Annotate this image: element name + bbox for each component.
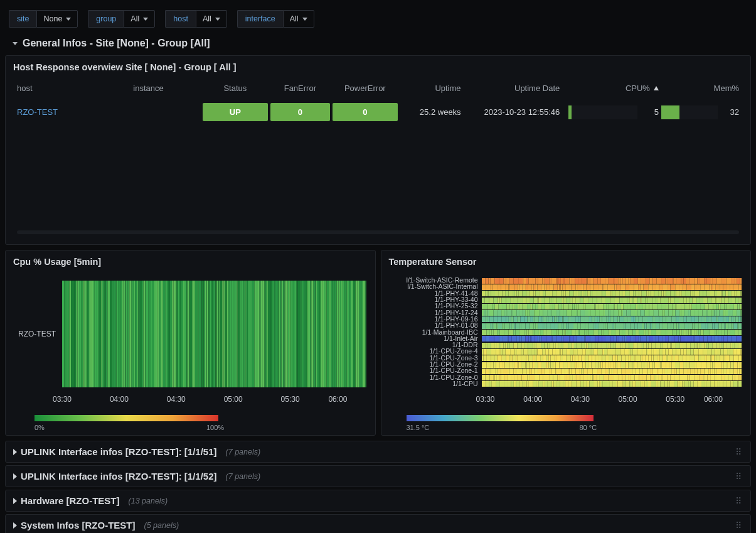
filter-value-site[interactable]: None [36, 10, 78, 28]
svg-rect-846 [684, 323, 688, 329]
svg-rect-249 [641, 278, 645, 284]
x-tick: 04:30 [571, 395, 590, 404]
svg-rect-1026 [721, 336, 723, 342]
svg-rect-198 [484, 278, 486, 284]
svg-rect-741 [617, 316, 619, 322]
th-power[interactable]: PowerError [331, 83, 399, 93]
collapsed-row[interactable]: System Infos [RZO-TEST] (5 panels) ⠿ [5, 514, 751, 533]
svg-rect-1311 [567, 362, 570, 368]
svg-rect-477 [580, 298, 583, 303]
svg-rect-57 [149, 281, 151, 387]
svg-rect-803 [546, 323, 550, 329]
svg-rect-948 [734, 330, 738, 335]
svg-rect-1056 [553, 343, 555, 348]
svg-rect-270 [712, 278, 716, 284]
svg-rect-220 [556, 278, 557, 284]
svg-rect-387 [565, 291, 569, 296]
svg-rect-1515 [674, 375, 679, 380]
svg-rect-293 [528, 284, 531, 290]
svg-rect-758 [676, 316, 679, 322]
drag-handle-icon[interactable]: ⠿ [735, 498, 743, 503]
svg-rect-117 [240, 281, 242, 387]
svg-rect-1147 [570, 349, 573, 355]
svg-rect-457 [522, 298, 526, 303]
mem-bar [661, 105, 718, 119]
svg-rect-352 [718, 284, 720, 290]
svg-rect-277 [736, 278, 740, 284]
svg-rect-154 [298, 281, 301, 387]
svg-rect-675 [684, 310, 688, 316]
svg-rect-439 [722, 291, 725, 296]
svg-rect-520 [724, 298, 728, 303]
th-instance[interactable]: instance [133, 83, 201, 93]
svg-rect-1476 [550, 375, 553, 380]
drag-handle-icon[interactable]: ⠿ [735, 523, 743, 527]
svg-rect-706 [517, 316, 520, 322]
svg-rect-573 [620, 304, 622, 310]
svg-rect-23 [97, 281, 99, 387]
svg-rect-1050 [534, 343, 536, 348]
drag-handle-icon[interactable]: ⠿ [735, 450, 743, 454]
th-status[interactable]: Status [201, 83, 269, 93]
th-cpu[interactable]: CPU% [560, 83, 659, 93]
svg-rect-1612 [705, 381, 706, 387]
th-uptime-date[interactable]: Uptime Date [461, 83, 560, 93]
cell-mem-gauge: 32 [659, 105, 739, 119]
row-header-general-infos[interactable]: General Infos - Site [None] - Group [All… [0, 34, 756, 55]
svg-rect-359 [738, 284, 742, 290]
svg-rect-133 [266, 281, 267, 387]
svg-rect-237 [605, 278, 609, 284]
svg-rect-917 [645, 330, 647, 335]
drag-handle-icon[interactable]: ⠿ [735, 474, 743, 478]
svg-rect-1576 [607, 381, 610, 387]
svg-rect-447 [484, 298, 489, 303]
svg-rect-514 [707, 298, 711, 303]
th-uptime[interactable]: Uptime [399, 83, 461, 93]
svg-rect-349 [711, 284, 713, 290]
horizontal-scrollbar[interactable] [17, 230, 739, 234]
svg-rect-151 [293, 281, 294, 387]
svg-rect-1523 [703, 375, 705, 380]
svg-rect-882 [534, 330, 538, 335]
svg-rect-862 [731, 323, 733, 329]
svg-rect-1279 [725, 355, 729, 361]
svg-rect-1605 [684, 381, 686, 387]
svg-rect-1250 [640, 355, 642, 361]
x-tick: 03:30 [53, 395, 72, 404]
cell-uptime-date: 2023-10-23 12:55:46 [461, 107, 560, 117]
svg-rect-1145 [562, 349, 567, 355]
svg-rect-1278 [723, 355, 725, 361]
svg-rect-845 [679, 323, 684, 329]
collapsed-row[interactable]: UPLINK Interface infos [RZO-TEST]: [1/1/… [5, 465, 751, 487]
svg-rect-1327 [610, 362, 614, 368]
svg-rect-217 [545, 278, 549, 284]
collapsed-row[interactable]: Hardware [RZO-TEST] (13 panels) ⠿ [5, 490, 751, 512]
filter-value-host[interactable]: All [196, 10, 227, 28]
svg-rect-1458 [493, 375, 494, 380]
svg-rect-132 [265, 281, 266, 387]
cell-host-link[interactable]: RZO-TEST [17, 107, 133, 117]
svg-rect-28 [105, 281, 107, 387]
svg-rect-1153 [590, 349, 591, 355]
svg-rect-371 [514, 291, 516, 296]
th-fan[interactable]: FanError [269, 83, 331, 93]
svg-rect-470 [562, 298, 563, 303]
svg-rect-405 [615, 291, 620, 296]
svg-rect-1120 [486, 349, 491, 355]
th-host[interactable]: host [17, 83, 133, 93]
svg-rect-150 [291, 281, 293, 387]
svg-rect-1620 [730, 381, 733, 387]
svg-rect-1394 [555, 369, 556, 374]
svg-rect-894 [567, 330, 571, 335]
svg-rect-347 [704, 284, 709, 290]
collapsed-row[interactable]: UPLINK Interface infos [RZO-TEST]: [1/1/… [5, 441, 751, 463]
svg-rect-1524 [705, 375, 707, 380]
svg-rect-914 [635, 330, 638, 335]
svg-rect-1193 [723, 349, 727, 355]
svg-rect-476 [575, 298, 579, 303]
th-mem[interactable]: Mem% [659, 83, 739, 93]
filter-value-interface[interactable]: All [283, 10, 314, 28]
svg-rect-952 [489, 336, 494, 342]
svg-rect-731 [588, 316, 592, 322]
filter-value-group[interactable]: All [124, 10, 155, 28]
